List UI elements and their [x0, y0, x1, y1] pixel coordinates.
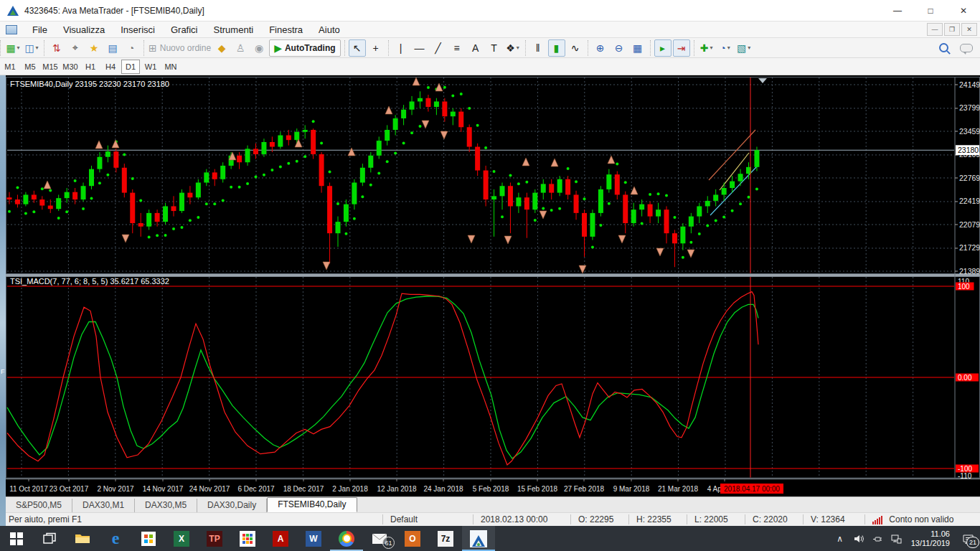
chart-shift-button[interactable]: ⇥: [673, 39, 690, 57]
chat-icon[interactable]: [960, 44, 973, 52]
sevenzip-icon[interactable]: 7z: [429, 526, 462, 551]
office-hub-icon[interactable]: [231, 526, 264, 551]
timeframe-h1[interactable]: H1: [81, 60, 100, 74]
task-view-button[interactable]: [33, 526, 66, 551]
data-window-button[interactable]: ⌖: [67, 39, 84, 57]
experts-button[interactable]: ♙: [232, 39, 249, 57]
excel-icon[interactable]: X: [165, 526, 198, 551]
store-icon[interactable]: [132, 526, 165, 551]
text-button[interactable]: A: [467, 39, 484, 57]
tray-expand-icon[interactable]: ∧: [831, 526, 849, 551]
line-chart-button[interactable]: ∿: [567, 39, 584, 57]
indicators-button[interactable]: ✚▾: [698, 39, 715, 57]
tile-windows-button[interactable]: ▦: [629, 39, 646, 57]
chrome-icon[interactable]: [330, 526, 363, 551]
acrobat-icon[interactable]: A: [264, 526, 297, 551]
tab-sp500-m5[interactable]: S&P500,M5: [6, 499, 72, 512]
action-center-icon[interactable]: 21: [956, 526, 980, 551]
candlestick-button[interactable]: ▮: [548, 39, 565, 57]
metaeditor-button[interactable]: ◆: [213, 39, 230, 57]
outlook-icon[interactable]: O: [396, 526, 429, 551]
timeframe-m1[interactable]: M1: [1, 60, 19, 74]
child-restore-button[interactable]: ❐: [944, 23, 960, 36]
metatrader-icon[interactable]: [462, 526, 495, 551]
navigator-button[interactable]: ★: [85, 39, 103, 57]
timeframe-d1[interactable]: D1: [121, 60, 140, 74]
volume-icon[interactable]: [849, 526, 868, 551]
chevron-down-icon[interactable]: ▾: [727, 44, 730, 51]
signals-button[interactable]: ◉: [250, 39, 268, 57]
child-minimize-button[interactable]: —: [927, 23, 943, 36]
cursor-button[interactable]: ↖: [349, 39, 366, 57]
menu-grafici[interactable]: Grafici: [163, 23, 206, 37]
menu-aiuto[interactable]: Aiuto: [311, 23, 348, 37]
svg-text:23459: 23459: [959, 127, 980, 136]
tile-windows-icon: ▦: [633, 42, 642, 54]
horizontal-line-button[interactable]: —: [411, 39, 428, 57]
close-button[interactable]: ✕: [947, 0, 980, 22]
power-icon[interactable]: [868, 526, 887, 551]
menu-strumenti[interactable]: Strumenti: [206, 23, 262, 37]
timeframe-m15[interactable]: M15: [41, 60, 60, 74]
mail-icon[interactable]: 61: [363, 526, 396, 551]
start-button[interactable]: [0, 526, 33, 551]
menu-inserisci[interactable]: Inserisci: [113, 23, 163, 37]
crosshair-button[interactable]: +: [367, 39, 385, 57]
profiles-icon: ◫: [24, 42, 34, 54]
minimize-button[interactable]: —: [881, 0, 914, 22]
word-icon[interactable]: W: [297, 526, 330, 551]
profiles-button[interactable]: ◫▾: [23, 39, 40, 57]
tab-dax30-m1[interactable]: DAX30,M1: [72, 499, 135, 512]
auto-scroll-icon: ▸: [660, 42, 665, 54]
maximize-button[interactable]: □: [914, 0, 947, 22]
autotrading-button[interactable]: ▶AutoTrading: [269, 39, 340, 57]
menu-finestra[interactable]: Finestra: [261, 23, 311, 37]
timeframe-mn[interactable]: MN: [161, 60, 180, 74]
timeframe-w1[interactable]: W1: [141, 60, 160, 74]
timeframe-h4[interactable]: H4: [101, 60, 120, 74]
chevron-down-icon[interactable]: ▾: [36, 44, 39, 51]
menu-visualizza[interactable]: Visualizza: [55, 23, 113, 37]
periods-button[interactable]: ◔▾: [717, 39, 734, 57]
tab-dax30-m5[interactable]: DAX30,M5: [135, 499, 197, 512]
bar-chart-button[interactable]: ‖: [529, 39, 547, 57]
market-watch-button[interactable]: ⇅: [48, 39, 65, 57]
text-label-button[interactable]: T: [486, 39, 503, 57]
chevron-down-icon[interactable]: ▾: [748, 44, 750, 51]
menu-file[interactable]: File: [24, 23, 55, 37]
tab-ftsemib40-daily[interactable]: FTSEMIB40,Daily: [267, 497, 357, 512]
timeframe-m5[interactable]: M5: [21, 60, 39, 74]
terminal-button[interactable]: ▤: [104, 39, 121, 57]
child-close-button[interactable]: ✕: [961, 23, 977, 36]
status-profile[interactable]: Default: [382, 514, 473, 524]
svg-text:6 Dec 2017: 6 Dec 2017: [237, 485, 275, 493]
zoom-out-button[interactable]: ⊖: [611, 39, 628, 57]
network-icon[interactable]: [887, 526, 905, 551]
chevron-down-icon[interactable]: ▾: [17, 44, 20, 51]
svg-text:2 Jan 2018: 2 Jan 2018: [332, 485, 368, 493]
tab-dax30-daily[interactable]: DAX30,Daily: [197, 499, 267, 512]
taskbar-clock[interactable]: 11.06 13/11/2019: [905, 529, 956, 548]
new-chart-button[interactable]: ▦▾: [4, 39, 22, 57]
search-icon[interactable]: [939, 43, 948, 52]
edge-icon[interactable]: e: [99, 526, 132, 551]
panel-divider[interactable]: [6, 274, 980, 277]
auto-scroll-button[interactable]: ▸: [654, 39, 672, 57]
chevron-down-icon[interactable]: ▾: [710, 44, 712, 51]
chart-shift-icon: ⇥: [677, 42, 686, 54]
templates-button[interactable]: ▧▾: [735, 39, 753, 57]
vertical-line-button[interactable]: |: [392, 39, 410, 57]
toolbar-group: ▸⇥: [650, 40, 694, 56]
fibonacci-button[interactable]: ≡: [448, 39, 466, 57]
horizontal-line-icon: —: [415, 42, 425, 54]
arrows-button[interactable]: ❖▾: [504, 39, 522, 57]
file-explorer-icon[interactable]: [66, 526, 99, 551]
price-chart[interactable]: 2414923799234592310922769224192207921729…: [6, 75, 980, 496]
strategy-tester-button[interactable]: ◔: [123, 39, 140, 57]
zoom-in-button[interactable]: ⊕: [592, 39, 609, 57]
chevron-down-icon[interactable]: ▾: [517, 44, 519, 51]
new-order-button[interactable]: ⊞Nuovo ordine: [148, 39, 212, 57]
trendline-button[interactable]: ╱: [430, 39, 447, 57]
timeframe-m30[interactable]: M30: [61, 60, 80, 74]
tp-app-icon[interactable]: TP: [198, 526, 231, 551]
